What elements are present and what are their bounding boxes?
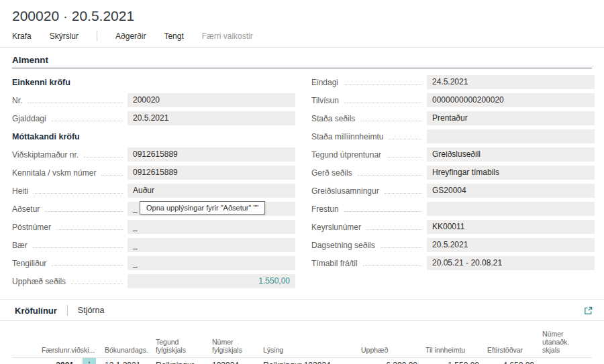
field-label: Tímabil frá/til [311,259,358,268]
col-til-innheimtu[interactable]: Til innheimtu [421,321,483,358]
dotted-leader [360,121,422,121]
cell-tegund-fylgiskjals: Reikningur [152,358,208,364]
dotted-leader [344,84,422,85]
dagsetning-sedils-input[interactable]: 20.5.2021 [427,238,595,252]
nr-input[interactable]: 200020 [128,93,295,107]
cell-bokunardags: 12.1.2021 [101,358,152,364]
field-label: Tegund útprentunar [311,150,381,160]
field-upphaed-sedils: Upphæð seðils 1.550,00 [12,272,295,290]
col-tegund-fylgiskjals[interactable]: Tegund fylgiskjals [152,321,208,358]
menu-adgerdir[interactable]: Aðgerðir [115,32,146,41]
menu-faerri-valkostir[interactable]: Færri valkostir [202,32,253,41]
field-label: Gjalddagi [12,114,46,123]
actionbar-divider [97,31,97,41]
action-bar: Krafa Skýrslur Aðgerðir Tengt Færri valk… [0,25,604,48]
claim-card-page: 200020 · 20.5.2021 Krafa Skýrslur Aðgerð… [0,0,604,364]
field-postnumer: Póstnúmer _ [12,218,295,236]
col-numer-fylgiskjals[interactable]: Númer fylgiskjals [208,321,259,358]
col-eftirstodvar[interactable]: Eftirstöðvar [483,321,538,358]
field-label: Nr. [12,96,22,105]
field-baer: Bær _ [12,236,295,254]
cell-upphaed: 6.200,00 [357,358,421,364]
dotted-leader [366,229,422,230]
lines-header-divider [67,305,68,316]
col-numer-utanadk[interactable]: Númer utanaðk. skjals [538,321,592,358]
cell-til-innheimtu: 1.550,00 [421,358,483,364]
page-title: 200020 · 20.5.2021 [0,0,604,25]
row-options-icon[interactable]: ⋮ [83,358,96,364]
stada-milliinnheimtu-input[interactable] [427,129,595,143]
tab-krofulinur[interactable]: Kröfulínur [15,306,57,316]
col-lysing[interactable]: Lýsing [259,321,357,358]
greidslusamningur-input[interactable]: GS20004 [427,184,595,198]
current-row-arrow-icon: → [21,361,29,364]
tilvisun-input[interactable]: 0000000000200020 [427,93,595,107]
baer-input[interactable]: _ [128,238,295,252]
group-header-mottakandi-krofu: Móttakandi kröfu [12,127,295,145]
tengilidur-input[interactable]: _ [128,256,295,270]
field-label: Tengiliður [12,259,46,268]
kennitala-input[interactable]: 0912615889 [128,166,295,180]
col-ferslunr[interactable]: Færslunr.viðski... [38,321,78,358]
field-tengilidur: Tengiliður _ [12,254,295,272]
dotted-leader [52,121,123,121]
field-heiti: Heiti Auður [12,182,295,200]
menu-skyrslur[interactable]: Skýrslur [50,32,79,41]
field-label: Bær [12,241,28,250]
field-label: Keyrslunúmer [311,223,361,232]
col-bokunardags[interactable]: Bókunardags. [101,321,152,358]
postnumer-input[interactable]: _ [128,220,295,234]
lines-table-header-row: Færslunr.viðski... Bókunardags. Tegund f… [12,321,592,358]
dotted-leader [358,175,422,176]
menu-stjorna[interactable]: Stjórna [78,306,105,315]
keyrslunumer-input[interactable]: KK00011 [427,220,595,234]
tegund-utprentunar-input[interactable]: Greiðsluseðill [427,147,595,162]
table-row: → 2901 ⋮ 12.1.2021 Reikningur 103034 Rei… [12,358,592,364]
gjalddagi-input[interactable]: 20.5.2021 [128,111,295,125]
field-label: Eindagi [311,78,338,87]
upphaed-sedils-value[interactable]: 1.550,00 [128,274,295,288]
field-nr: Nr. 200020 [12,91,295,109]
fields-right-column: Eindagi 24.5.2021 Tilvísun 0000000000200… [311,73,595,290]
dotted-leader [381,247,422,248]
field-label: Kennitala / vskm númer [12,168,96,178]
field-label: Viðskiptamaður nr. [12,150,79,160]
field-dagsetning-sedils: Dagsetning seðils 20.5.2021 [311,236,595,254]
col-arrow [12,321,38,358]
field-gerd-sedils: Gerð seðils Hreyfingar tímabils [311,164,595,182]
menu-krafa[interactable]: Krafa [12,32,32,41]
eindagi-input[interactable]: 24.5.2021 [427,75,595,89]
menu-tengt[interactable]: Tengt [164,32,183,41]
vidskiptamadur-input[interactable]: 0912615889 [128,147,295,162]
dotted-leader [84,157,123,158]
field-tooltip: Opna upplýsingar fyrir "Aðsetur" "" [140,201,265,215]
field-label: Póstnúmer [12,223,51,232]
heiti-input[interactable]: Auður [128,184,295,198]
frestun-input[interactable] [427,202,595,216]
field-eindagi: Eindagi 24.5.2021 [311,73,595,91]
ferslunr-link[interactable]: 2901 [56,361,74,364]
col-upphaed[interactable]: Upphæð [357,321,421,358]
general-fields: Einkenni kröfu Nr. 200020 Gjalddagi 20.5… [0,68,604,290]
expand-lines-button[interactable] [583,306,593,316]
timabil-input[interactable]: 20.05.21 - 20.08.21 [427,256,595,270]
lines-subpage: Kröfulínur Stjórna Færsl [0,299,604,364]
dotted-leader [34,193,123,194]
cell-eftirstodvar: 4.650,00 [483,358,538,364]
field-stada-milliinnheimtu: Staða milliinnheimtu [311,127,595,145]
dotted-leader [52,265,123,266]
section-heading-almennt[interactable]: Almennt [12,55,592,68]
dotted-leader [33,247,123,248]
field-tilvisun: Tilvísun 0000000000200020 [311,91,595,109]
dotted-leader [344,211,422,212]
field-label: Staða seðils [311,114,355,123]
gerd-sedils-input[interactable]: Hreyfingar tímabils [427,166,595,180]
stada-sedils-input[interactable]: Prentaður [427,111,595,125]
lines-header: Kröfulínur Stjórna [0,300,604,321]
field-label: Heiti [12,186,28,196]
field-stada-sedils: Staða seðils Prentaður [311,109,595,127]
field-label: Staða milliinnheimtu [311,132,383,141]
field-label: Dagsetning seðils [311,241,375,250]
field-gjalddagi: Gjalddagi 20.5.2021 [12,109,295,127]
field-label: Greiðslusamningur [311,186,379,196]
